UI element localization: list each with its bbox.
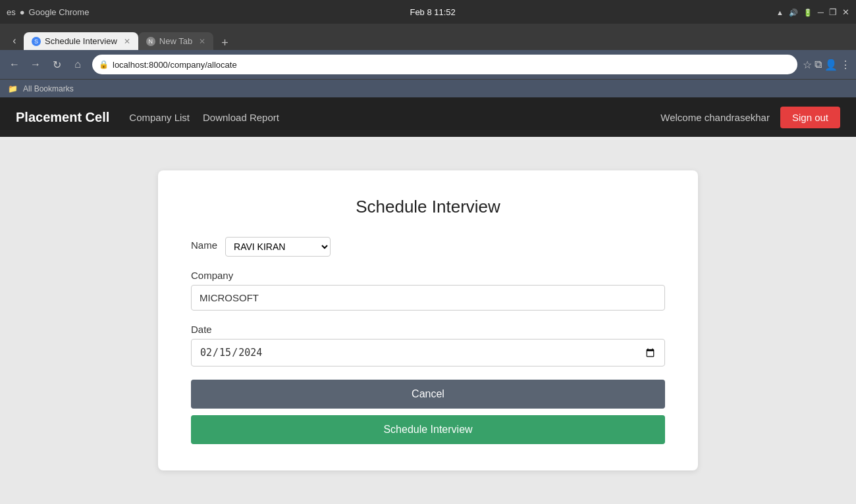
company-label: Company <box>191 270 665 281</box>
tab-new-tab[interactable]: N New Tab ✕ <box>138 32 213 50</box>
browser-datetime: Feb 8 11:52 <box>410 7 455 17</box>
form-title: Schedule Interview <box>191 197 665 217</box>
volume-icon <box>789 7 798 17</box>
welcome-text: Welcome chandrasekhar <box>660 112 770 123</box>
tab-list-button[interactable]: ‹ <box>5 32 24 50</box>
bookmarks-bar: 📁 All Bookmarks <box>0 79 856 97</box>
main-content: Schedule Interview Name RAVI KIRAN STUDE… <box>0 137 856 504</box>
bookmarks-folder-icon: 📁 <box>8 84 18 93</box>
date-label: Date <box>191 324 665 335</box>
date-group: Date <box>191 324 665 366</box>
sign-out-button[interactable]: Sign out <box>780 107 840 128</box>
bookmark-star-icon[interactable]: ☆ <box>803 59 812 71</box>
company-input[interactable] <box>191 285 665 311</box>
app-nav-links: Company List Download Report <box>129 112 660 123</box>
browser-top-bar: es ● Google Chrome Feb 8 11:52 ─ ❐ ✕ <box>0 0 856 24</box>
name-select[interactable]: RAVI KIRAN STUDENT 2 STUDENT 3 <box>225 237 331 257</box>
more-options-icon[interactable]: ⋮ <box>840 59 851 71</box>
navigation-bar: ← → ↻ ⌂ 🔒 localhost:8000/company/allocat… <box>0 50 856 79</box>
name-row: Name RAVI KIRAN STUDENT 2 STUDENT 3 <box>191 237 665 257</box>
browser-app-text: es <box>7 7 16 17</box>
download-report-link[interactable]: Download Report <box>203 112 279 123</box>
tab-label-1: Schedule Interview <box>45 36 117 46</box>
tab-bar: ‹ S Schedule Interview ✕ N New Tab ✕ + <box>0 24 856 50</box>
wifi-icon <box>776 7 784 17</box>
window-close-icon[interactable]: ✕ <box>842 7 849 17</box>
window-minimize-icon[interactable]: ─ <box>818 7 824 17</box>
reload-button[interactable]: ↻ <box>47 55 66 74</box>
battery-icon <box>803 7 813 17</box>
nav-right-icons: ☆ ⧉ 👤 ⋮ <box>803 59 851 71</box>
tab-label-2: New Tab <box>159 36 192 46</box>
new-tab-button[interactable]: + <box>217 36 232 50</box>
tab-favicon-1: S <box>32 37 41 46</box>
browser-top-bar-right: ─ ❐ ✕ <box>776 7 849 17</box>
tab-favicon-2: N <box>146 37 155 46</box>
window-restore-icon[interactable]: ❐ <box>829 7 837 17</box>
bookmarks-label[interactable]: All Bookmarks <box>23 84 74 93</box>
profile-icon[interactable]: 👤 <box>824 59 838 71</box>
tab-schedule-interview[interactable]: S Schedule Interview ✕ <box>24 32 138 50</box>
cancel-button[interactable]: Cancel <box>191 380 665 409</box>
browser-favicon: ● <box>20 7 25 17</box>
forward-button[interactable]: → <box>26 55 45 74</box>
app-brand: Placement Cell <box>16 110 109 125</box>
back-button[interactable]: ← <box>5 55 24 74</box>
company-group: Company <box>191 270 665 311</box>
name-label: Name <box>191 239 217 251</box>
schedule-interview-button[interactable]: Schedule Interview <box>191 415 665 444</box>
lock-icon: 🔒 <box>99 60 109 69</box>
date-input[interactable] <box>191 339 665 366</box>
form-card: Schedule Interview Name RAVI KIRAN STUDE… <box>158 170 698 470</box>
tab-close-2[interactable]: ✕ <box>199 37 205 46</box>
company-list-link[interactable]: Company List <box>129 112 190 123</box>
address-url: localhost:8000/company/allocate <box>113 60 791 70</box>
tab-close-1[interactable]: ✕ <box>124 37 130 46</box>
app-navbar: Placement Cell Company List Download Rep… <box>0 97 856 137</box>
date-input-wrapper <box>191 339 665 366</box>
extensions-icon[interactable]: ⧉ <box>815 59 822 70</box>
address-bar[interactable]: 🔒 localhost:8000/company/allocate <box>92 55 797 74</box>
home-button[interactable]: ⌂ <box>68 55 87 74</box>
browser-top-bar-left: es ● Google Chrome <box>7 7 89 17</box>
app-nav-right: Welcome chandrasekhar Sign out <box>660 107 840 128</box>
browser-app-name: Google Chrome <box>29 7 90 17</box>
